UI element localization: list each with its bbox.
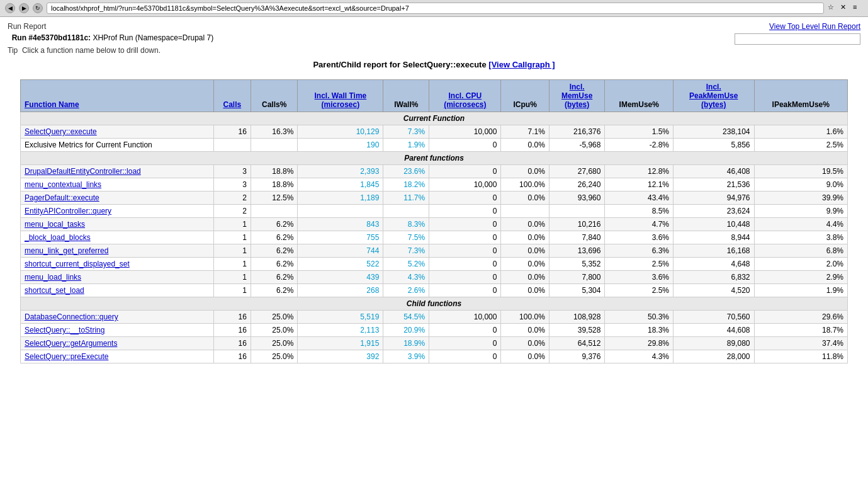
function-name-link[interactable]: menu_load_links: [25, 273, 81, 282]
sort-incl-peakmemuse-link[interactable]: Incl.PeakMemUse(bytes): [689, 83, 738, 109]
iwall-pct-cell: 2.6%: [383, 284, 429, 297]
calls-pct-cell: 6.2%: [251, 284, 297, 297]
data-table: Function Name Calls Calls% Incl. Wall Ti…: [20, 79, 848, 363]
sort-incl-cpu-link[interactable]: Incl. CPU(microsecs): [444, 91, 486, 109]
icpu-pct-cell: 0.0%: [501, 218, 549, 231]
imemuse-pct-cell: 12.1%: [605, 178, 674, 192]
bookmark-icon[interactable]: ☆: [828, 3, 838, 13]
ipeakmemuse-pct-cell: 2.0%: [754, 258, 848, 271]
section-header-row: Current Function: [21, 112, 848, 125]
calls-pct-cell: 25.0%: [251, 350, 297, 363]
imemuse-pct-cell: 50.3%: [605, 311, 674, 324]
function-name-cell: menu_load_links: [21, 271, 214, 284]
incl-memuse-cell: 9,376: [549, 350, 605, 363]
function-name-link[interactable]: _block_load_blocks: [25, 233, 91, 242]
col-header-icpu-pct: ICpu%: [501, 80, 549, 112]
function-name-link[interactable]: shortcut_current_displayed_set: [25, 260, 130, 268]
incl-memuse-cell: 93,960: [549, 192, 605, 205]
imemuse-pct-cell: 3.6%: [605, 271, 674, 284]
imemuse-pct-cell: 4.7%: [605, 218, 674, 231]
function-name-cell: DrupalDefaultEntityController::load: [21, 165, 214, 178]
function-name-link[interactable]: SelectQuery::__toString: [25, 326, 104, 335]
table-row: SelectQuery::getArguments1625.0%1,91518.…: [21, 337, 848, 350]
function-name-cell: _block_load_blocks: [21, 231, 214, 244]
col-header-iwall-pct: IWall%: [383, 80, 429, 112]
calls-pct-cell: [251, 139, 297, 152]
incl-wall-time-cell: 2,113: [298, 324, 383, 337]
icpu-pct-cell: 0.0%: [501, 231, 549, 244]
incl-wall-time-cell: 5,519: [298, 311, 383, 324]
icpu-pct-cell: 0.0%: [501, 337, 549, 350]
function-name-link[interactable]: menu_link_get_preferred: [25, 246, 108, 255]
url-bar[interactable]: [47, 3, 824, 14]
close-icon[interactable]: ✕: [840, 3, 850, 13]
calls-pct-cell: 25.0%: [251, 337, 297, 350]
incl-wall-time-cell: 268: [298, 284, 383, 297]
section-header-row: Child functions: [21, 297, 848, 311]
ipeakmemuse-pct-cell: 9.0%: [754, 178, 848, 192]
table-row: shortcut_set_load16.2%2682.6%00.0%5,3042…: [21, 284, 848, 297]
incl-cpu-cell: 0: [429, 258, 501, 271]
function-name-link[interactable]: menu_local_tasks: [25, 220, 85, 229]
incl-peakmemuse-cell: 238,104: [674, 125, 755, 139]
incl-wall-time-cell: 439: [298, 271, 383, 284]
calls-cell: 3: [213, 165, 251, 178]
function-name-link[interactable]: SelectQuery::execute: [25, 127, 97, 136]
forward-button[interactable]: ▶: [19, 3, 29, 13]
sort-calls-link[interactable]: Calls: [223, 100, 241, 109]
function-name-cell: menu_link_get_preferred: [21, 244, 214, 258]
calls-cell: 3: [213, 178, 251, 192]
calls-cell: 16: [213, 125, 251, 139]
sort-incl-wall-time-link[interactable]: Incl. Wall Time(microsec): [315, 91, 367, 109]
section-header-cell: Parent functions: [21, 152, 848, 165]
ipeakmemuse-pct-cell: 39.9%: [754, 192, 848, 205]
calls-pct-cell: 6.2%: [251, 218, 297, 231]
incl-peakmemuse-cell: 89,080: [674, 337, 755, 350]
incl-cpu-cell: 0: [429, 192, 501, 205]
section-header-cell: Child functions: [21, 297, 848, 311]
incl-cpu-cell: 0: [429, 350, 501, 363]
incl-peakmemuse-cell: 10,448: [674, 218, 755, 231]
calls-cell: 1: [213, 231, 251, 244]
function-name-link[interactable]: SelectQuery::preExecute: [25, 352, 108, 361]
ipeakmemuse-pct-cell: 2.5%: [754, 139, 848, 152]
col-header-incl-peakmemuse: Incl.PeakMemUse(bytes): [674, 80, 755, 112]
icpu-pct-cell: 0.0%: [501, 192, 549, 205]
incl-peakmemuse-cell: 70,560: [674, 311, 755, 324]
tip-text: Click a function name below to drill dow…: [20, 46, 161, 55]
incl-wall-time-cell: 1,915: [298, 337, 383, 350]
table-row: EntityAPIController::query208.5%23,6249.…: [21, 205, 848, 218]
function-name-cell: SelectQuery::execute: [21, 125, 214, 139]
refresh-button[interactable]: ↻: [33, 3, 43, 13]
search-input[interactable]: [735, 33, 860, 45]
calls-cell: 1: [213, 284, 251, 297]
incl-cpu-cell: 0: [429, 284, 501, 297]
sort-incl-memuse-link[interactable]: Incl.MemUse(bytes): [561, 83, 592, 109]
function-name-link[interactable]: shortcut_set_load: [25, 286, 84, 295]
function-name-link[interactable]: DatabaseConnection::query: [25, 312, 118, 321]
imemuse-pct-cell: 4.3%: [605, 350, 674, 363]
calls-cell: [213, 139, 251, 152]
ipeakmemuse-pct-cell: 18.7%: [754, 324, 848, 337]
incl-cpu-cell: 0: [429, 139, 501, 152]
view-top-level-link[interactable]: View Top Level Run Report: [769, 22, 860, 31]
function-name-link[interactable]: DrupalDefaultEntityController::load: [25, 167, 141, 176]
sort-function-name-link[interactable]: Function Name: [25, 100, 79, 109]
icpu-pct-cell: 0.0%: [501, 284, 549, 297]
calls-pct-cell: 6.2%: [251, 258, 297, 271]
iwall-pct-cell: 18.2%: [383, 178, 429, 192]
calls-cell: 16: [213, 324, 251, 337]
incl-cpu-cell: 0: [429, 271, 501, 284]
back-button[interactable]: ◀: [5, 3, 15, 13]
menu-icon[interactable]: ≡: [853, 3, 863, 13]
function-name-link[interactable]: menu_contextual_links: [25, 180, 101, 189]
table-row: SelectQuery::preExecute1625.0%3923.9%00.…: [21, 350, 848, 363]
function-name-link[interactable]: PagerDefault::execute: [25, 193, 99, 202]
function-name-cell: menu_local_tasks: [21, 218, 214, 231]
function-name-link[interactable]: SelectQuery::getArguments: [25, 339, 117, 348]
function-name-link[interactable]: EntityAPIController::query: [25, 207, 111, 215]
table-row: SelectQuery::__toString1625.0%2,11320.9%…: [21, 324, 848, 337]
callgraph-link[interactable]: [View Callgraph ]: [488, 60, 555, 69]
calls-pct-cell: 12.5%: [251, 192, 297, 205]
incl-memuse-cell: 7,800: [549, 271, 605, 284]
